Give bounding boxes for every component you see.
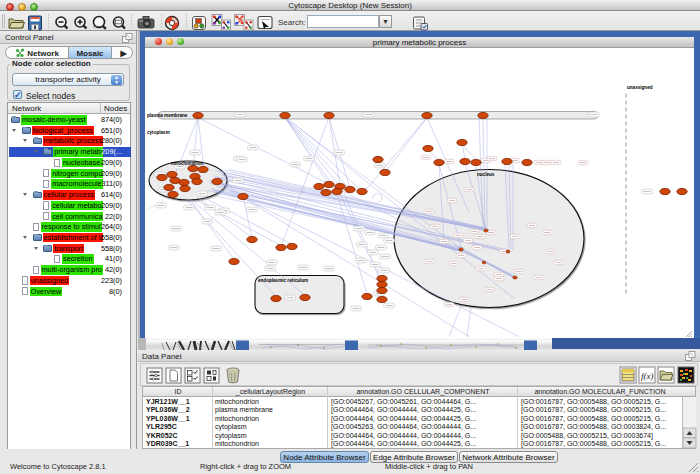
svg-text:f(x): f(x) — [641, 371, 654, 381]
svg-text:unassigned: unassigned — [627, 84, 653, 89]
svg-text:mitochondrion: mitochondrion — [171, 161, 203, 166]
svg-text:endoplasmic reticulum: endoplasmic reticulum — [258, 277, 308, 282]
svg-text:plasma membrane: plasma membrane — [147, 112, 188, 117]
svg-text:cytoplasm: cytoplasm — [147, 130, 170, 135]
svg-text:nucleus: nucleus — [477, 171, 495, 176]
